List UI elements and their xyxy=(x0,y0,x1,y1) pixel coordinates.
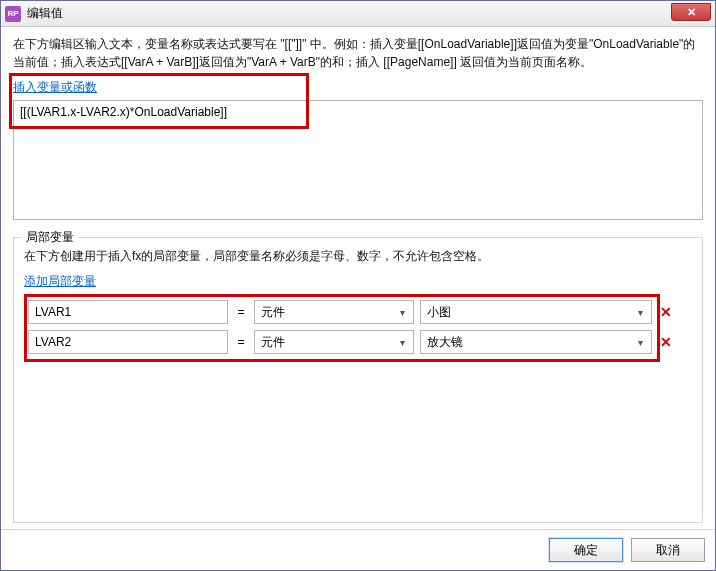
chevron-down-icon: ▾ xyxy=(633,307,647,318)
add-local-variable-link[interactable]: 添加局部变量 xyxy=(24,273,692,290)
chevron-down-icon: ▾ xyxy=(395,337,409,348)
expression-textarea[interactable] xyxy=(13,100,703,220)
local-variables-legend: 局部变量 xyxy=(22,229,78,246)
equals-label: = xyxy=(234,305,248,319)
variable-type-select[interactable]: 元件 ▾ xyxy=(254,330,414,354)
expression-help-text: 在下方编辑区输入文本，变量名称或表达式要写在 "[["]]" 中。例如：插入变量… xyxy=(13,35,703,71)
variable-target-select[interactable]: 放大镜 ▾ xyxy=(420,330,652,354)
local-variable-row: = 元件 ▾ 小图 ▾ ✕ xyxy=(28,300,682,324)
delete-row-button[interactable]: ✕ xyxy=(658,304,674,320)
close-button[interactable]: ✕ xyxy=(671,3,711,21)
variable-name-input[interactable] xyxy=(28,300,228,324)
variable-name-input[interactable] xyxy=(28,330,228,354)
close-icon: ✕ xyxy=(687,6,696,19)
variable-type-value: 元件 xyxy=(261,334,285,351)
variable-type-select[interactable]: 元件 ▾ xyxy=(254,300,414,324)
dialog-window: RP 编辑值 ✕ 在下方编辑区输入文本，变量名称或表达式要写在 "[["]]" … xyxy=(0,0,716,571)
app-icon: RP xyxy=(5,6,21,22)
variable-target-select[interactable]: 小图 ▾ xyxy=(420,300,652,324)
cancel-button[interactable]: 取消 xyxy=(631,538,705,562)
expression-section: 插入变量或函数 xyxy=(13,75,703,223)
insert-variable-link[interactable]: 插入变量或函数 xyxy=(13,79,97,96)
local-variable-rows: = 元件 ▾ 小图 ▾ ✕ = xyxy=(24,294,692,514)
chevron-down-icon: ▾ xyxy=(633,337,647,348)
titlebar: RP 编辑值 ✕ xyxy=(1,1,715,27)
variable-type-value: 元件 xyxy=(261,304,285,321)
chevron-down-icon: ▾ xyxy=(395,307,409,318)
equals-label: = xyxy=(234,335,248,349)
dialog-footer: 确定 取消 xyxy=(1,529,715,570)
local-variable-row: = 元件 ▾ 放大镜 ▾ ✕ xyxy=(28,330,682,354)
variable-target-value: 放大镜 xyxy=(427,334,463,351)
ok-button[interactable]: 确定 xyxy=(549,538,623,562)
delete-row-button[interactable]: ✕ xyxy=(658,334,674,350)
dialog-title: 编辑值 xyxy=(27,5,63,22)
variable-target-value: 小图 xyxy=(427,304,451,321)
dialog-body: 在下方编辑区输入文本，变量名称或表达式要写在 "[["]]" 中。例如：插入变量… xyxy=(1,27,715,529)
local-variables-help: 在下方创建用于插入fx的局部变量，局部变量名称必须是字母、数字，不允许包含空格。 xyxy=(24,248,692,265)
local-variables-fieldset: 局部变量 在下方创建用于插入fx的局部变量，局部变量名称必须是字母、数字，不允许… xyxy=(13,237,703,523)
